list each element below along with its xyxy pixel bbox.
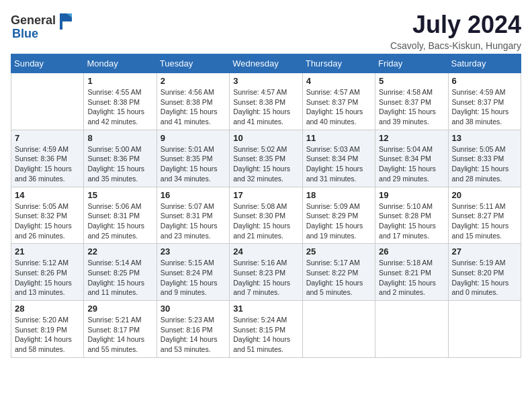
calendar-week-row: 14Sunrise: 5:05 AM Sunset: 8:32 PM Dayli… bbox=[11, 187, 521, 244]
day-number: 13 bbox=[452, 133, 517, 143]
day-info: Sunrise: 5:12 AM Sunset: 8:26 PM Dayligh… bbox=[15, 258, 80, 298]
day-info: Sunrise: 5:11 AM Sunset: 8:27 PM Dayligh… bbox=[452, 201, 517, 241]
weekday-header-wednesday: Wednesday bbox=[230, 54, 302, 73]
day-info: Sunrise: 4:58 AM Sunset: 8:37 PM Dayligh… bbox=[379, 87, 444, 127]
calendar-week-row: 1Sunrise: 4:55 AM Sunset: 8:38 PM Daylig… bbox=[11, 73, 521, 130]
day-number: 16 bbox=[161, 190, 226, 200]
calendar-cell: 27Sunrise: 5:19 AM Sunset: 8:20 PM Dayli… bbox=[448, 244, 521, 301]
day-info: Sunrise: 4:59 AM Sunset: 8:37 PM Dayligh… bbox=[452, 87, 517, 127]
day-number: 5 bbox=[379, 76, 444, 86]
day-info: Sunrise: 5:20 AM Sunset: 8:19 PM Dayligh… bbox=[15, 315, 80, 355]
day-number: 29 bbox=[87, 304, 152, 314]
calendar-cell: 19Sunrise: 5:10 AM Sunset: 8:28 PM Dayli… bbox=[375, 187, 448, 244]
day-number: 14 bbox=[15, 190, 80, 200]
day-info: Sunrise: 5:19 AM Sunset: 8:20 PM Dayligh… bbox=[452, 258, 517, 298]
weekday-header-monday: Monday bbox=[84, 54, 157, 73]
day-info: Sunrise: 5:06 AM Sunset: 8:31 PM Dayligh… bbox=[87, 201, 152, 241]
day-info: Sunrise: 5:15 AM Sunset: 8:24 PM Dayligh… bbox=[161, 258, 226, 298]
calendar-cell: 8Sunrise: 5:00 AM Sunset: 8:36 PM Daylig… bbox=[84, 130, 157, 187]
title-area: July 2024 Csavoly, Bacs-Kiskun, Hungary bbox=[390, 11, 521, 51]
weekday-header-sunday: Sunday bbox=[11, 54, 84, 73]
day-info: Sunrise: 5:14 AM Sunset: 8:25 PM Dayligh… bbox=[87, 258, 152, 298]
weekday-header-thursday: Thursday bbox=[302, 54, 375, 73]
day-number: 30 bbox=[161, 304, 226, 314]
calendar-cell: 13Sunrise: 5:05 AM Sunset: 8:33 PM Dayli… bbox=[448, 130, 521, 187]
day-number: 23 bbox=[161, 246, 226, 257]
calendar-week-row: 28Sunrise: 5:20 AM Sunset: 8:19 PM Dayli… bbox=[11, 301, 521, 358]
day-info: Sunrise: 5:16 AM Sunset: 8:23 PM Dayligh… bbox=[233, 258, 298, 298]
day-number: 17 bbox=[233, 190, 298, 200]
day-number: 15 bbox=[87, 190, 152, 200]
calendar-cell: 28Sunrise: 5:20 AM Sunset: 8:19 PM Dayli… bbox=[11, 301, 84, 358]
day-info: Sunrise: 5:18 AM Sunset: 8:21 PM Dayligh… bbox=[379, 258, 444, 298]
month-title: July 2024 bbox=[390, 11, 521, 39]
day-info: Sunrise: 4:57 AM Sunset: 8:38 PM Dayligh… bbox=[233, 87, 298, 127]
day-number: 31 bbox=[233, 304, 298, 314]
day-number: 12 bbox=[379, 133, 444, 143]
calendar-cell: 17Sunrise: 5:08 AM Sunset: 8:30 PM Dayli… bbox=[230, 187, 302, 244]
day-number: 20 bbox=[452, 190, 517, 200]
weekday-header-friday: Friday bbox=[375, 54, 448, 73]
location-subtitle: Csavoly, Bacs-Kiskun, Hungary bbox=[390, 40, 521, 51]
day-info: Sunrise: 5:03 AM Sunset: 8:34 PM Dayligh… bbox=[306, 144, 371, 184]
calendar-cell: 25Sunrise: 5:17 AM Sunset: 8:22 PM Dayli… bbox=[302, 244, 375, 301]
calendar-cell: 23Sunrise: 5:15 AM Sunset: 8:24 PM Dayli… bbox=[157, 244, 229, 301]
day-info: Sunrise: 5:00 AM Sunset: 8:36 PM Dayligh… bbox=[87, 144, 152, 184]
day-info: Sunrise: 4:57 AM Sunset: 8:37 PM Dayligh… bbox=[306, 87, 371, 127]
weekday-header-row: SundayMondayTuesdayWednesdayThursdayFrid… bbox=[11, 54, 521, 73]
day-info: Sunrise: 5:08 AM Sunset: 8:30 PM Dayligh… bbox=[233, 201, 298, 241]
day-number: 19 bbox=[379, 190, 444, 200]
logo-blue: Blue bbox=[12, 27, 38, 41]
calendar-cell: 11Sunrise: 5:03 AM Sunset: 8:34 PM Dayli… bbox=[302, 130, 375, 187]
calendar-cell bbox=[302, 301, 375, 358]
calendar-cell: 21Sunrise: 5:12 AM Sunset: 8:26 PM Dayli… bbox=[11, 244, 84, 301]
calendar-cell bbox=[11, 73, 84, 130]
day-number: 10 bbox=[233, 133, 298, 143]
calendar-cell: 1Sunrise: 4:55 AM Sunset: 8:38 PM Daylig… bbox=[84, 73, 157, 130]
day-info: Sunrise: 5:07 AM Sunset: 8:31 PM Dayligh… bbox=[161, 201, 226, 241]
logo: General Blue bbox=[11, 11, 76, 41]
calendar-cell: 6Sunrise: 4:59 AM Sunset: 8:37 PM Daylig… bbox=[448, 73, 521, 130]
day-info: Sunrise: 5:23 AM Sunset: 8:16 PM Dayligh… bbox=[161, 315, 226, 355]
day-number: 9 bbox=[161, 133, 226, 143]
day-info: Sunrise: 5:02 AM Sunset: 8:35 PM Dayligh… bbox=[233, 144, 298, 184]
day-info: Sunrise: 5:17 AM Sunset: 8:22 PM Dayligh… bbox=[306, 258, 371, 298]
calendar-cell: 7Sunrise: 4:59 AM Sunset: 8:36 PM Daylig… bbox=[11, 130, 84, 187]
day-info: Sunrise: 4:59 AM Sunset: 8:36 PM Dayligh… bbox=[15, 144, 80, 184]
day-number: 11 bbox=[306, 133, 371, 143]
svg-rect-2 bbox=[60, 21, 62, 30]
day-info: Sunrise: 5:21 AM Sunset: 8:17 PM Dayligh… bbox=[87, 315, 152, 355]
calendar-cell: 30Sunrise: 5:23 AM Sunset: 8:16 PM Dayli… bbox=[157, 301, 229, 358]
day-number: 26 bbox=[379, 246, 444, 257]
day-number: 2 bbox=[161, 76, 226, 86]
calendar-cell: 22Sunrise: 5:14 AM Sunset: 8:25 PM Dayli… bbox=[84, 244, 157, 301]
calendar-cell: 18Sunrise: 5:09 AM Sunset: 8:29 PM Dayli… bbox=[302, 187, 375, 244]
weekday-header-tuesday: Tuesday bbox=[157, 54, 229, 73]
day-number: 4 bbox=[306, 76, 371, 86]
day-number: 27 bbox=[452, 246, 517, 257]
calendar-cell: 12Sunrise: 5:04 AM Sunset: 8:34 PM Dayli… bbox=[375, 130, 448, 187]
calendar-cell: 4Sunrise: 4:57 AM Sunset: 8:37 PM Daylig… bbox=[302, 73, 375, 130]
calendar-cell: 15Sunrise: 5:06 AM Sunset: 8:31 PM Dayli… bbox=[84, 187, 157, 244]
calendar-cell: 29Sunrise: 5:21 AM Sunset: 8:17 PM Dayli… bbox=[84, 301, 157, 358]
day-number: 3 bbox=[233, 76, 298, 86]
calendar-week-row: 21Sunrise: 5:12 AM Sunset: 8:26 PM Dayli… bbox=[11, 244, 521, 301]
calendar-cell bbox=[448, 301, 521, 358]
logo-flag-icon bbox=[57, 11, 76, 30]
day-number: 6 bbox=[452, 76, 517, 86]
day-info: Sunrise: 5:05 AM Sunset: 8:33 PM Dayligh… bbox=[452, 144, 517, 184]
calendar-cell: 9Sunrise: 5:01 AM Sunset: 8:35 PM Daylig… bbox=[157, 130, 229, 187]
calendar-cell: 26Sunrise: 5:18 AM Sunset: 8:21 PM Dayli… bbox=[375, 244, 448, 301]
calendar-cell: 2Sunrise: 4:56 AM Sunset: 8:38 PM Daylig… bbox=[157, 73, 229, 130]
day-info: Sunrise: 4:55 AM Sunset: 8:38 PM Dayligh… bbox=[87, 87, 152, 127]
calendar-cell: 10Sunrise: 5:02 AM Sunset: 8:35 PM Dayli… bbox=[230, 130, 302, 187]
calendar-cell: 31Sunrise: 5:24 AM Sunset: 8:15 PM Dayli… bbox=[230, 301, 302, 358]
day-number: 1 bbox=[87, 76, 152, 86]
calendar-cell: 14Sunrise: 5:05 AM Sunset: 8:32 PM Dayli… bbox=[11, 187, 84, 244]
calendar-cell bbox=[375, 301, 448, 358]
calendar-week-row: 7Sunrise: 4:59 AM Sunset: 8:36 PM Daylig… bbox=[11, 130, 521, 187]
calendar-cell: 24Sunrise: 5:16 AM Sunset: 8:23 PM Dayli… bbox=[230, 244, 302, 301]
day-number: 18 bbox=[306, 190, 371, 200]
day-info: Sunrise: 4:56 AM Sunset: 8:38 PM Dayligh… bbox=[161, 87, 226, 127]
calendar-cell: 16Sunrise: 5:07 AM Sunset: 8:31 PM Dayli… bbox=[157, 187, 229, 244]
